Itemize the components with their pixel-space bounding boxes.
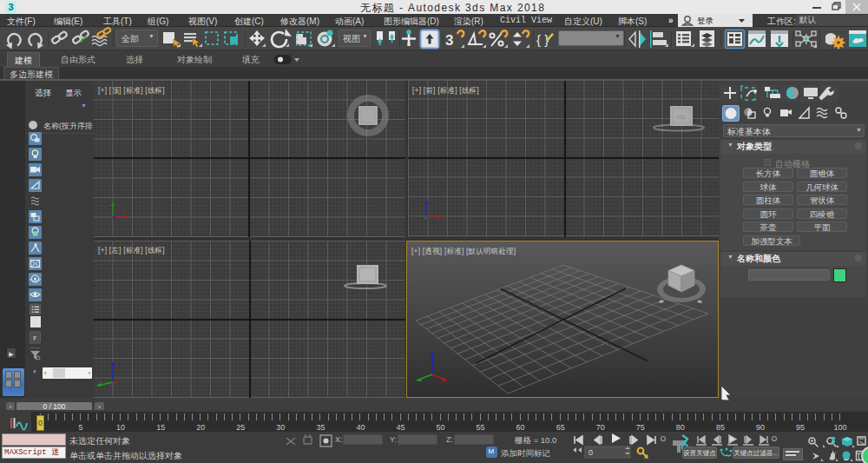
- svg-text:3: 3: [445, 32, 453, 49]
- svg-text:0: 0: [589, 448, 593, 457]
- svg-text:HU: HU: [677, 114, 686, 120]
- svg-text:F: F: [33, 334, 37, 342]
